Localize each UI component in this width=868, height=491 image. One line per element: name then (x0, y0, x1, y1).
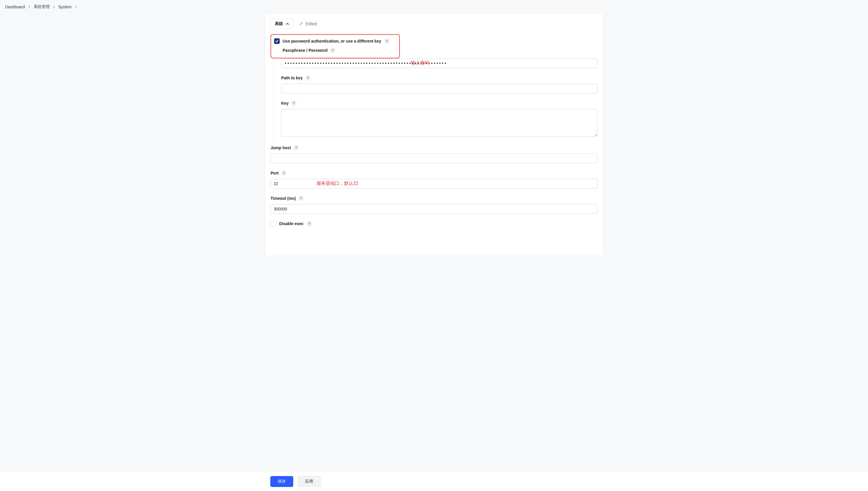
breadcrumb-item-system[interactable]: System (58, 5, 72, 9)
passphrase-input[interactable] (281, 58, 597, 68)
use-password-auth-label: Use password authentication, or use a di… (283, 39, 381, 44)
disable-exec-checkbox[interactable] (271, 221, 276, 227)
chevron-right-icon (28, 5, 31, 8)
help-icon[interactable]: ? (307, 221, 312, 227)
timeout-label: Timeout (ms) (271, 196, 296, 201)
path-to-key-label: Path to key (281, 76, 303, 80)
chevron-right-icon (53, 5, 56, 8)
chevron-right-icon (74, 5, 77, 8)
help-icon[interactable]: ? (305, 75, 311, 81)
breadcrumb-item-sysmgmt[interactable]: 系统管理 (34, 4, 50, 9)
help-icon[interactable]: ? (281, 170, 287, 176)
disable-exec-label: Disable exec (279, 221, 304, 226)
help-icon[interactable]: ? (291, 100, 297, 106)
path-to-key-input[interactable] (281, 84, 597, 93)
jump-host-label: Jump host (271, 145, 291, 150)
help-icon[interactable]: ? (298, 196, 304, 201)
use-password-auth-checkbox[interactable] (274, 38, 280, 44)
chevron-up-icon (286, 22, 289, 26)
help-icon[interactable]: ? (330, 48, 336, 53)
pencil-icon (299, 22, 303, 26)
edited-label: Edited (306, 22, 317, 26)
jump-host-input[interactable] (271, 153, 597, 163)
key-label: Key (281, 101, 289, 106)
main-panel: 高级 Edited Use password authentication, o… (265, 14, 603, 255)
breadcrumb-item-dashboard[interactable]: Dashboard (5, 5, 25, 9)
timeout-input[interactable] (271, 204, 597, 214)
edited-indicator: Edited (299, 22, 317, 26)
help-icon[interactable]: ? (293, 145, 299, 151)
key-textarea[interactable] (281, 109, 597, 137)
advanced-label: 高级 (275, 21, 283, 26)
breadcrumb: Dashboard 系统管理 System (0, 0, 868, 14)
help-icon[interactable]: ? (384, 38, 390, 44)
passphrase-label: Passphrase / Password (283, 48, 328, 53)
port-input[interactable] (271, 179, 597, 189)
port-label: Port (271, 171, 279, 175)
password-auth-highlight: Use password authentication, or use a di… (271, 34, 400, 58)
advanced-toggle-button[interactable]: 高级 (271, 19, 293, 29)
